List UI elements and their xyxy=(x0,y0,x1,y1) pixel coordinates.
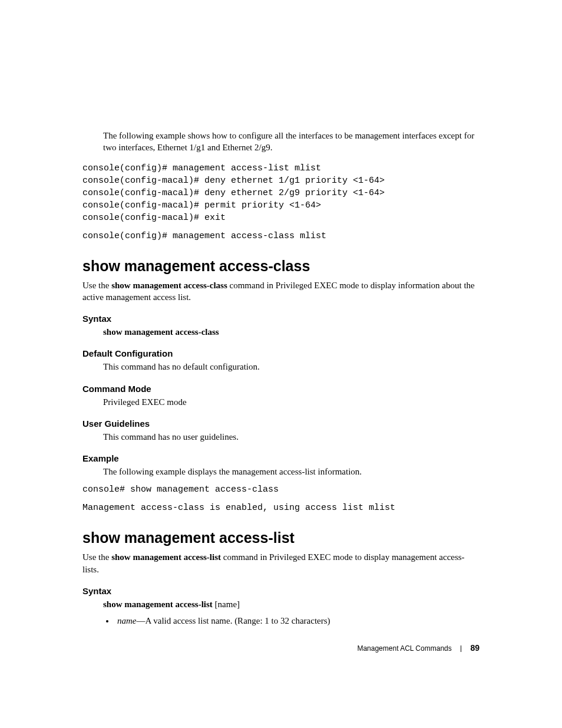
syntax-heading-2: Syntax xyxy=(82,586,480,596)
code-block-1b: console(config)# management access-class… xyxy=(82,230,480,242)
syntax-text: show management access-class xyxy=(103,327,219,337)
syntax-body-2: show management access-list [name] xyxy=(103,598,480,610)
syntax-arg: [name] xyxy=(215,599,240,609)
command-name: show management access-list xyxy=(111,552,221,562)
footer-separator xyxy=(461,645,461,652)
heading-show-management-access-list: show management access-list xyxy=(82,529,480,546)
heading-show-management-access-class: show management access-class xyxy=(82,258,480,275)
footer-section-title: Management ACL Commands xyxy=(357,644,451,653)
page-number: 89 xyxy=(470,643,480,653)
example-code-2: Management access-class is enabled, usin… xyxy=(82,502,480,514)
arg-name: name xyxy=(117,616,137,625)
user-guidelines-heading: User Guidelines xyxy=(82,419,480,429)
syntax-body: show management access-class xyxy=(103,326,480,338)
command-mode-body: Privileged EXEC mode xyxy=(103,396,480,408)
example-heading: Example xyxy=(82,453,480,463)
text: Use the xyxy=(82,281,111,290)
intro-paragraph: The following example shows how to confi… xyxy=(103,130,480,154)
user-guidelines-body: This command has no user guidelines. xyxy=(103,431,480,443)
code-block-1: console(config)# management access-list … xyxy=(82,162,480,224)
sec2-description: Use the show management access-list comm… xyxy=(82,551,480,575)
page-footer: Management ACL Commands 89 xyxy=(357,643,480,653)
arg-desc: —A valid access list name. (Range: 1 to … xyxy=(137,616,330,625)
command-mode-heading: Command Mode xyxy=(82,384,480,394)
default-config-heading: Default Configuration xyxy=(82,348,480,358)
sec1-description: Use the show management access-class com… xyxy=(82,279,480,304)
command-name: show management access-class xyxy=(111,281,227,290)
example-code-1: console# show management access-class xyxy=(82,483,480,496)
syntax-heading: Syntax xyxy=(82,314,480,324)
list-item: name—A valid access list name. (Range: 1… xyxy=(115,616,480,626)
example-body: The following example displays the manag… xyxy=(103,466,480,477)
page: The following example shows how to confi… xyxy=(0,0,562,728)
text: Use the xyxy=(82,552,111,562)
syntax-text: show management access-list xyxy=(103,599,215,609)
syntax-args-list: name—A valid access list name. (Range: 1… xyxy=(115,616,480,626)
default-config-body: This command has no default configuratio… xyxy=(103,361,480,373)
